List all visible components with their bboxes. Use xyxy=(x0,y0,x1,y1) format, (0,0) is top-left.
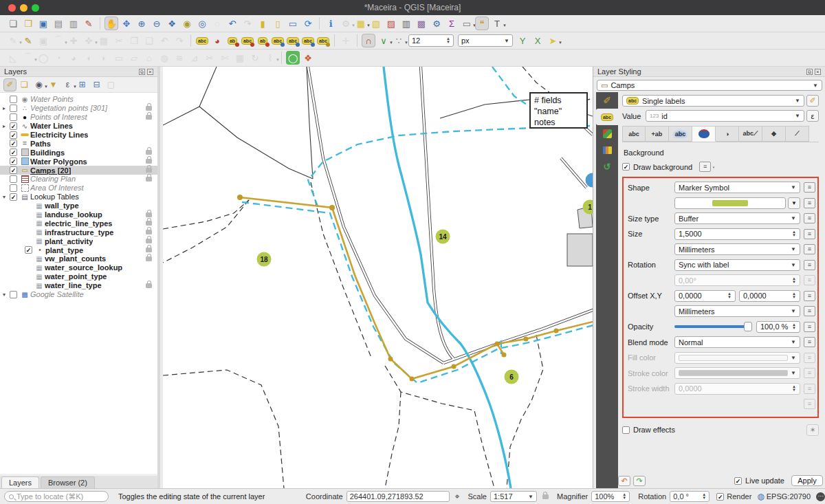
locator-search-input[interactable]: Type to locate (⌘K) xyxy=(4,491,109,502)
styling-strip-symbology[interactable]: ✐ xyxy=(596,92,618,109)
redo-button[interactable]: ↷ xyxy=(173,34,186,47)
rotation-angle-spinner[interactable]: 0,00°▲▼ xyxy=(674,274,800,286)
reshape-features-button[interactable]: ⌇▼ xyxy=(263,51,277,65)
layer-visibility-checkbox[interactable]: ✓ xyxy=(25,246,32,254)
text-annotation-button[interactable]: T▼ xyxy=(490,17,504,30)
layer-visibility-checkbox[interactable]: ✓ xyxy=(10,140,17,147)
data-defined-override-button[interactable]: ≡ xyxy=(804,291,815,301)
open-layer-styling-button[interactable]: ✐ xyxy=(3,78,16,91)
labeling-mode-select[interactable]: abc Single labels ▼ xyxy=(622,95,804,107)
blend-mode-select[interactable]: Normal▼ xyxy=(674,336,800,348)
tab-background[interactable] xyxy=(692,126,716,142)
snap-tolerance-spinner[interactable]: 12▲▼ xyxy=(408,34,454,47)
vertex-tool-button[interactable]: ✜▼ xyxy=(82,34,96,47)
styling-strip-history[interactable]: ↺ xyxy=(596,158,618,175)
layer-visibility-checkbox[interactable]: ✓ xyxy=(10,157,17,165)
layer-visibility-checkbox[interactable]: ✓ xyxy=(10,193,17,201)
zoom-native-button[interactable]: ◌ xyxy=(210,17,224,30)
layer-visibility-checkbox[interactable]: ✓ xyxy=(10,131,17,139)
tab-shadow[interactable]: ◑ xyxy=(716,126,739,142)
offset-xy-y-spinner[interactable]: 0,0000▲▼ xyxy=(739,290,800,302)
expression-builder-button[interactable]: ε xyxy=(806,110,819,122)
enable-advanced-digitizing-button[interactable]: ◺ xyxy=(6,51,20,65)
add-group-button[interactable]: ❏ xyxy=(18,78,31,91)
style-manager-button[interactable]: ✎ xyxy=(82,17,96,30)
layer-visibility-checkbox[interactable] xyxy=(10,96,17,103)
value-field-select[interactable]: 123 id ▼ xyxy=(646,110,804,122)
expand-arrow-icon[interactable]: ▾ xyxy=(3,194,10,200)
layer-item-buildings[interactable]: ✓Buildings xyxy=(0,148,157,157)
layer-visibility-checkbox[interactable]: ✓ xyxy=(10,122,17,130)
tab-buffer[interactable]: abc xyxy=(669,126,692,142)
move-label-button[interactable]: abc xyxy=(286,34,300,47)
undo-style-button[interactable]: ↶ xyxy=(618,476,630,486)
zoom-to-selection-button[interactable]: ◉ xyxy=(180,17,194,30)
highlight-pinned-labels-button[interactable]: ab xyxy=(226,34,239,47)
rotate-label-button[interactable]: abc xyxy=(301,34,315,47)
float-panel-icon[interactable]: ⧉ xyxy=(139,69,145,75)
paste-features-button[interactable]: ❑ xyxy=(142,34,156,47)
data-defined-override-button[interactable]: ≡ xyxy=(699,162,711,172)
layer-item-water-lines[interactable]: ▸✓∿Water Lines xyxy=(0,122,157,131)
select-features-button[interactable]: ▦▼ xyxy=(354,17,368,30)
crs-button[interactable]: EPSG:20790 xyxy=(767,492,811,501)
size-type-select[interactable]: Buffer▼ xyxy=(674,212,800,224)
render-checkbox[interactable]: ✓ xyxy=(716,493,724,501)
map-annotation[interactable]: # fields"name"notes xyxy=(529,92,588,129)
layer-visibility-checkbox[interactable] xyxy=(10,184,17,192)
tab-layers[interactable]: Layers xyxy=(1,476,39,488)
zoom-in-button[interactable]: ⊕ xyxy=(135,17,148,30)
toggle-editing-button[interactable]: ✎ xyxy=(21,34,35,47)
mouse-position-icon[interactable]: ⌖ xyxy=(455,492,460,501)
size-unit-select[interactable]: Millimeters▼ xyxy=(674,243,800,255)
rotation-spinner[interactable]: 0,0 ° ▲▼ xyxy=(670,491,710,502)
remove-layer-button[interactable]: ▢ xyxy=(104,78,118,91)
deselect-features-button[interactable]: ▨ xyxy=(384,17,398,30)
layer-item-plant-activity[interactable]: ▦plant_activity xyxy=(0,237,157,245)
fill-ring-button[interactable]: ◍ xyxy=(157,51,171,65)
close-panel-icon[interactable]: ✕ xyxy=(147,69,153,75)
toggle-unplaced-labels-button[interactable]: abc xyxy=(241,34,254,47)
symbol-dropdown-button[interactable]: ▼ xyxy=(788,197,800,209)
layer-visibility-checkbox[interactable] xyxy=(10,105,17,112)
stroke-width-spinner[interactable]: 0,0000▲▼ xyxy=(674,383,800,395)
layer-item-water-source-lookup[interactable]: ▦water_source_lookup xyxy=(0,263,157,272)
coordinate-input[interactable]: 264401.09,271893.52 xyxy=(346,491,450,502)
shape-select[interactable]: Marker Symbol▼ xyxy=(674,182,800,193)
redo-style-button[interactable]: ↷ xyxy=(633,476,646,486)
layer-item-clearing-plan[interactable]: Clearing Plan xyxy=(0,175,157,184)
show-hide-labels-button[interactable]: abc xyxy=(271,34,285,47)
show-spatial-bookmarks-button[interactable]: ▯ xyxy=(271,17,285,30)
current-edits-button[interactable]: ✎▼ xyxy=(6,34,20,47)
label-settings-button[interactable]: ✐ xyxy=(806,95,819,107)
data-defined-override-button[interactable]: ≡ xyxy=(804,198,815,208)
zoom-to-layer-button[interactable]: ◎ xyxy=(195,17,209,30)
layer-visibility-checkbox[interactable] xyxy=(10,113,17,121)
scale-select[interactable]: 1:517 ▼ xyxy=(490,491,537,502)
messages-icon[interactable]: ⋯ xyxy=(816,492,825,501)
zoom-last-button[interactable]: ↶ xyxy=(226,17,239,30)
tab-callouts[interactable]: abc⟋ xyxy=(739,126,762,142)
opacity-slider[interactable] xyxy=(674,325,752,328)
measure-line-button[interactable]: ▭▼ xyxy=(460,17,474,30)
layer-item-points-of-interest[interactable]: ●Points of Interest xyxy=(0,113,157,122)
layer-visibility-checkbox[interactable] xyxy=(10,291,17,298)
layer-item-plant-type[interactable]: ✓•plant_type xyxy=(0,245,157,254)
data-defined-override-button[interactable]: ≡ xyxy=(804,337,815,347)
layer-labeling-button[interactable]: abc xyxy=(195,34,209,47)
layout-manager-button[interactable]: ▥ xyxy=(67,17,80,30)
statistical-summary-button[interactable]: Σ xyxy=(445,17,459,30)
circular-string-button[interactable]: ⌒▼ xyxy=(21,51,35,65)
tracing-button[interactable]: ➤▼ xyxy=(546,34,560,47)
layer-item-water-line-type[interactable]: ▦water_line_type xyxy=(0,281,157,290)
draw-effects-checkbox[interactable] xyxy=(622,426,630,434)
close-panel-icon[interactable]: ✕ xyxy=(815,69,821,75)
circle-center-button[interactable]: ◕ xyxy=(67,51,80,65)
tab-text[interactable]: abc xyxy=(622,126,646,142)
self-snapping-button[interactable]: ∵▼ xyxy=(392,34,406,47)
merge-features-button[interactable]: ▦ xyxy=(233,51,247,65)
layer-item-wall-type[interactable]: ▦wall_type xyxy=(0,201,157,210)
copy-features-button[interactable]: ❐ xyxy=(127,34,141,47)
layer-item-infrastructure-type[interactable]: ▦infrastructure_type xyxy=(0,228,157,237)
apply-button[interactable]: Apply xyxy=(791,475,823,486)
